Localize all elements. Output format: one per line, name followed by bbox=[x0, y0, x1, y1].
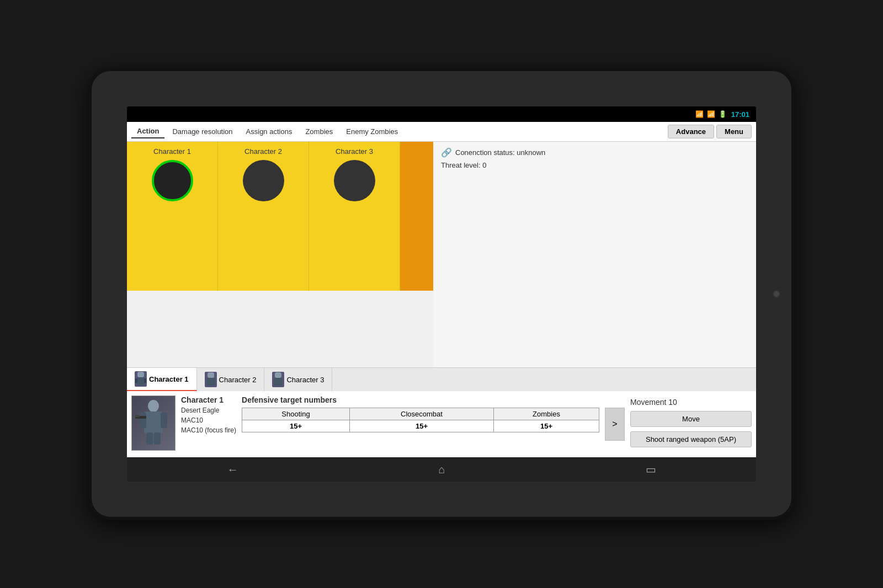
char-portrait bbox=[131, 395, 175, 451]
char-token-1[interactable] bbox=[152, 160, 193, 201]
home-button[interactable]: ⌂ bbox=[438, 463, 445, 476]
connection-status: 🔗 Conenction status: unknown bbox=[441, 147, 748, 158]
svg-rect-7 bbox=[274, 378, 283, 386]
tab-action[interactable]: Action bbox=[131, 125, 164, 138]
char-tab-avatar-2 bbox=[205, 372, 217, 387]
defense-title: Defensive target numbers bbox=[242, 395, 599, 404]
nav-bar-bottom: ← ⌂ ▭ bbox=[127, 457, 756, 482]
char-tab-avatar-3 bbox=[272, 372, 284, 387]
defense-header-closecombat: Closecombat bbox=[349, 408, 493, 420]
tablet-screen: 📶 📶 🔋 17:01 Action Damage resolution Ass… bbox=[127, 106, 756, 482]
status-time: 17:01 bbox=[731, 110, 749, 119]
connection-icon: 🔗 bbox=[441, 147, 452, 158]
move-button[interactable]: Move bbox=[630, 411, 752, 427]
char-col-3-label: Character 3 bbox=[336, 147, 373, 156]
svg-point-8 bbox=[148, 400, 159, 412]
defense-val-shooting: 15+ bbox=[242, 420, 350, 432]
svg-rect-9 bbox=[144, 411, 163, 434]
char-token-2[interactable] bbox=[243, 160, 284, 201]
advance-button[interactable]: Advance bbox=[668, 125, 714, 138]
char-token-3[interactable] bbox=[334, 160, 375, 201]
back-button[interactable]: ← bbox=[227, 463, 238, 476]
app-content: Action Damage resolution Assign actions … bbox=[127, 122, 756, 457]
status-icons: 📶 📶 🔋 bbox=[695, 110, 727, 118]
char-tab-2[interactable]: Character 2 bbox=[197, 368, 265, 391]
svg-rect-2 bbox=[135, 378, 137, 383]
char-info: Character 1 Desert Eagle MAC10 MAC10 (fo… bbox=[181, 395, 236, 453]
shoot-ranged-button[interactable]: Shoot ranged weapon (5AP) bbox=[630, 431, 752, 447]
char-weapon-1: Desert Eagle bbox=[181, 407, 236, 414]
defense-val-zombies: 15+ bbox=[494, 420, 599, 432]
wifi-icon: 📶 bbox=[707, 110, 715, 118]
char-tab-1[interactable]: Character 1 bbox=[127, 368, 197, 391]
char-col-1-label: Character 1 bbox=[153, 147, 191, 156]
svg-rect-10 bbox=[140, 413, 146, 428]
svg-rect-12 bbox=[146, 432, 153, 445]
connection-status-text: Conenction status: unknown bbox=[455, 148, 545, 157]
main-area: Character 1 Character 2 Character 3 bbox=[127, 142, 756, 457]
tab-damage-resolution[interactable]: Damage resolution bbox=[167, 125, 238, 138]
tab-zombies[interactable]: Zombies bbox=[300, 125, 338, 138]
bluetooth-icon: 📶 bbox=[695, 110, 704, 118]
camera-bump bbox=[773, 290, 780, 298]
char-col-3: Character 3 bbox=[309, 142, 400, 291]
svg-rect-1 bbox=[136, 377, 145, 385]
board-orange-area bbox=[400, 142, 433, 291]
svg-rect-0 bbox=[137, 372, 144, 377]
char-col-2-label: Character 2 bbox=[244, 147, 282, 156]
svg-rect-11 bbox=[161, 413, 167, 428]
board-row: Character 1 Character 2 Character 3 bbox=[127, 142, 756, 367]
char-tab-1-label: Character 1 bbox=[149, 375, 189, 383]
action-panel: Movement 10 Move Shoot ranged weapon (5A… bbox=[630, 395, 752, 453]
char-info-name: Character 1 bbox=[181, 395, 236, 404]
char-col-1: Character 1 bbox=[127, 142, 218, 291]
svg-rect-13 bbox=[154, 432, 161, 445]
defense-header-shooting: Shooting bbox=[242, 408, 350, 420]
defense-header-zombies: Zombies bbox=[494, 408, 599, 420]
char-col-2: Character 2 bbox=[218, 142, 309, 291]
svg-rect-3 bbox=[144, 378, 146, 383]
svg-rect-6 bbox=[275, 372, 281, 378]
defense-val-closecombat: 15+ bbox=[349, 420, 493, 432]
char-tab-avatar-1 bbox=[135, 371, 147, 387]
defense-table: Shooting Closecombat Zombies 15+ 15+ bbox=[242, 408, 599, 432]
recents-button[interactable]: ▭ bbox=[646, 463, 656, 476]
svg-rect-5 bbox=[206, 378, 215, 386]
svg-rect-4 bbox=[208, 372, 214, 378]
char-tab-3-label: Character 3 bbox=[286, 376, 324, 384]
expand-button[interactable]: > bbox=[605, 408, 625, 441]
detail-panel: Character 1 Desert Eagle MAC10 MAC10 (fo… bbox=[127, 391, 756, 457]
defense-table-area: Defensive target numbers Shooting Closec… bbox=[242, 395, 599, 453]
char-weapon-3: MAC10 (focus fire) bbox=[181, 426, 236, 434]
svg-rect-15 bbox=[135, 415, 140, 417]
info-panel: 🔗 Conenction status: unknown Threat leve… bbox=[433, 142, 756, 367]
char-tabs: Character 1 Character 2 bbox=[127, 367, 756, 391]
tab-enemy-zombies[interactable]: Enemy Zombies bbox=[341, 125, 403, 138]
movement-label: Movement 10 bbox=[630, 398, 752, 407]
char-tab-2-label: Character 2 bbox=[219, 376, 257, 384]
threat-level: Threat level: 0 bbox=[441, 161, 748, 169]
status-bar: 📶 📶 🔋 17:01 bbox=[127, 106, 756, 122]
board-characters: Character 1 Character 2 Character 3 bbox=[127, 142, 433, 291]
battery-icon: 🔋 bbox=[719, 110, 727, 118]
tablet-device: 📶 📶 🔋 17:01 Action Damage resolution Ass… bbox=[88, 68, 795, 520]
menu-button[interactable]: Menu bbox=[716, 125, 752, 138]
char-weapon-2: MAC10 bbox=[181, 416, 236, 424]
top-nav: Action Damage resolution Assign actions … bbox=[127, 122, 756, 142]
char-tab-3[interactable]: Character 3 bbox=[264, 368, 332, 391]
tab-assign-actions[interactable]: Assign actions bbox=[241, 125, 298, 138]
